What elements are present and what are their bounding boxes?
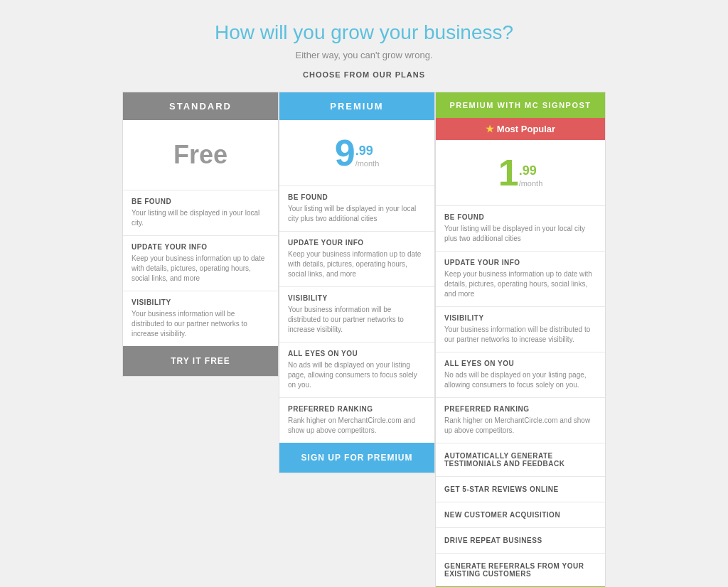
signpost-price-decimal-wrap: .99 /month [519,163,543,188]
premium-price-decimal: .99 [355,144,373,159]
signpost-feature-title-5: PREFERRED RANKING [444,405,596,413]
signpost-feature-ranking: PREFERRED RANKING Rank higher on Merchan… [436,397,605,443]
premium-feature-title-5: PREFERRED RANKING [288,405,426,413]
signpost-price-decimal: .99 [519,163,537,179]
most-popular-banner: ★Most Popular [436,118,605,140]
premium-feature-desc-2: Keep your business information up to dat… [288,249,426,279]
premium-feature-desc-5: Rank higher on MerchantCircle.com and sh… [288,416,426,436]
plans-container: STANDARD Free BE FOUND Your listing will… [122,92,606,587]
signpost-feature-desc-3: Your business information will be distri… [444,325,596,345]
standard-feature-title-1: BE FOUND [132,198,269,205]
standard-feature-update-info: UPDATE YOUR INFO Keep your business info… [123,235,278,291]
signpost-feature-be-found: BE FOUND Your listing will be displayed … [436,205,605,251]
signpost-price-period: /month [519,179,543,188]
signpost-feature-5star: GET 5-STAR REVIEWS ONLINE [436,476,605,502]
signpost-price-big: 1 [498,154,519,191]
standard-feature-visibility: VISIBILITY Your business information wil… [123,291,278,346]
page-title: How will you grow your business? [215,21,513,44]
standard-feature-desc-2: Keep your business information up to dat… [132,254,269,284]
signpost-feature-title-2: UPDATE YOUR INFO [444,259,596,266]
premium-feature-title-1: BE FOUND [288,193,426,201]
premium-feature-title-3: VISIBILITY [288,294,426,302]
premium-feature-desc-4: No ads will be displayed on your listing… [288,360,426,390]
signpost-simple-feature-3: NEW CUSTOMER ACQUISITION [444,511,596,519]
standard-feature-title-2: UPDATE YOUR INFO [132,243,269,251]
standard-header: STANDARD [123,92,278,120]
signpost-feature-update-info: UPDATE YOUR INFO Keep your business info… [436,251,605,306]
plan-premium: PREMIUM 9 .99 /month BE FOUND Your listi… [279,92,435,473]
standard-feature-title-3: VISIBILITY [132,298,269,306]
signpost-feature-referrals: GENERATE REFERRALS FROM YOUR EXISTING CU… [436,553,605,586]
signpost-feature-all-eyes: ALL EYES ON YOU No ads will be displayed… [436,352,605,397]
premium-price-big: 9 [335,134,355,171]
most-popular-label: Most Popular [497,124,555,134]
signpost-feature-title-1: BE FOUND [444,213,596,221]
signpost-feature-desc-5: Rank higher on MerchantCircle.com and sh… [444,416,596,436]
signpost-simple-feature-1: AUTOMATICALLY GENERATE TESTIMONIALS AND … [444,452,596,468]
premium-feature-visibility: VISIBILITY Your business information wil… [279,286,434,342]
signup-premium-button[interactable]: SIGN UP FOR PREMIUM [279,443,434,473]
signpost-feature-testimonials: AUTOMATICALLY GENERATE TESTIMONIALS AND … [436,443,605,476]
premium-feature-title-4: ALL EYES ON YOU [288,350,426,357]
signpost-simple-feature-2: GET 5-STAR REVIEWS ONLINE [444,485,596,493]
premium-feature-desc-1: Your listing will be displayed in your l… [288,204,426,224]
signpost-feature-visibility: VISIBILITY Your business information wil… [436,306,605,352]
star-icon: ★ [486,124,494,134]
premium-price-period: /month [355,159,380,168]
standard-feature-desc-3: Your business information will be distri… [132,309,269,339]
signpost-feature-repeat-business: DRIVE REPEAT BUSINESS [436,527,605,553]
premium-feature-desc-3: Your business information will be distri… [288,305,426,335]
premium-price-decimal-wrap: .99 /month [355,144,380,168]
signpost-simple-feature-4: DRIVE REPEAT BUSINESS [444,537,596,544]
signpost-feature-desc-4: No ads will be displayed on your listing… [444,370,596,390]
signpost-feature-new-customer: NEW CUSTOMER ACQUISITION [436,502,605,527]
signpost-feature-desc-1: Your listing will be displayed in your l… [444,224,596,244]
premium-header: PREMIUM [279,92,434,120]
choose-plans-label: CHOOSE FROM OUR PLANS [303,70,425,79]
signpost-price-area: 1 .99 /month [436,140,605,205]
try-free-button[interactable]: TRY IT FREE [123,346,278,376]
standard-feature-be-found: BE FOUND Your listing will be displayed … [123,190,278,235]
page-subtitle: Either way, you can't grow wrong. [296,50,433,60]
signpost-simple-feature-5: GENERATE REFERRALS FROM YOUR EXISTING CU… [444,562,596,578]
standard-price: Free [123,120,278,190]
plan-standard: STANDARD Free BE FOUND Your listing will… [122,92,279,377]
standard-feature-desc-1: Your listing will be displayed in your l… [132,208,269,228]
premium-feature-update-info: UPDATE YOUR INFO Keep your business info… [279,231,434,286]
premium-feature-ranking: PREFERRED RANKING Rank higher on Merchan… [279,397,434,443]
premium-feature-all-eyes: ALL EYES ON YOU No ads will be displayed… [279,342,434,397]
signpost-feature-desc-2: Keep your business information up to dat… [444,269,596,299]
signpost-feature-title-4: ALL EYES ON YOU [444,360,596,367]
signpost-header: PREMIUM WITH MC SIGNPOST [436,92,605,118]
premium-feature-be-found: BE FOUND Your listing will be displayed … [279,185,434,231]
premium-feature-title-2: UPDATE YOUR INFO [288,239,426,247]
premium-price-area: 9 .99 /month [279,120,434,185]
signpost-feature-title-3: VISIBILITY [444,314,596,322]
plan-signpost: PREMIUM WITH MC SIGNPOST ★Most Popular 1… [435,92,606,587]
